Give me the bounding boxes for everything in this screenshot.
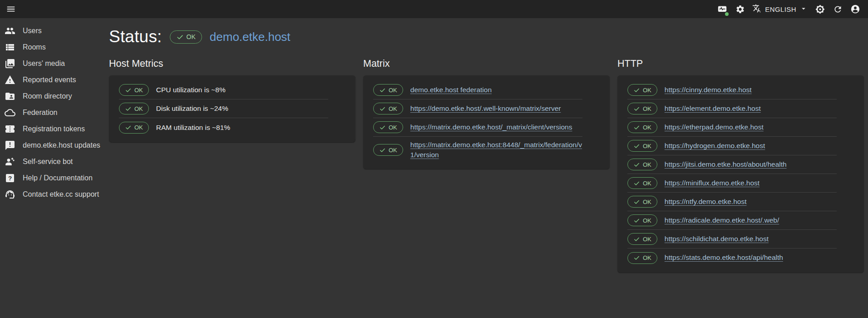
status-check-row: OK https://demo.etke.host/.well-known/ma… <box>373 99 582 118</box>
status-ok-badge: OK <box>170 30 202 44</box>
status-check-row: OK https://schildichat.demo.etke.host <box>627 230 837 248</box>
status-check-row: OK https://matrix.demo.etke.host:8448/_m… <box>373 137 582 164</box>
menu-button[interactable] <box>3 1 19 17</box>
check-icon <box>633 217 640 224</box>
ticket-icon <box>5 124 15 134</box>
ok-badge: OK <box>119 103 149 114</box>
menu-icon <box>6 4 16 14</box>
ok-badge: OK <box>627 177 657 189</box>
support-agent-icon <box>5 189 15 200</box>
status-check-link[interactable]: demo.etke.host federation <box>410 85 492 95</box>
check-icon <box>125 124 132 131</box>
sidebar-item-federation[interactable]: Federation <box>0 104 109 121</box>
status-check-link[interactable]: https://etherpad.demo.etke.host <box>665 122 764 132</box>
sidebar-item-users-media[interactable]: Users' media <box>0 55 109 72</box>
sidebar-item-room-directory[interactable]: Room directory <box>0 88 109 104</box>
check-icon <box>633 105 640 112</box>
ok-badge: OK <box>119 122 149 134</box>
status-check-row: OK https://ntfy.demo.etke.host <box>627 193 837 211</box>
host-link[interactable]: demo.etke.host <box>210 30 291 44</box>
appbar-actions: ENGLISH <box>714 1 863 17</box>
ok-badge: OK <box>627 214 657 226</box>
ok-badge: OK <box>627 103 657 114</box>
section-title: HTTP <box>617 58 864 70</box>
gear-icon <box>735 5 745 14</box>
status-check-row: OK https://etherpad.demo.etke.host <box>627 118 837 137</box>
ok-badge: OK <box>627 252 657 264</box>
engineering-icon <box>5 156 15 167</box>
status-check-row: OK https://radicale.demo.etke.host/.web/ <box>627 211 837 230</box>
check-icon <box>379 87 386 94</box>
status-check-link[interactable]: https://miniflux.demo.etke.host <box>665 178 760 188</box>
translate-icon <box>752 4 762 15</box>
check-icon <box>176 33 184 41</box>
check-icon <box>633 143 640 149</box>
status-section: Host Metrics OK CPU utilization is ~8% O… <box>109 58 355 142</box>
photo-library-icon <box>5 58 15 69</box>
language-label: ENGLISH <box>765 5 796 13</box>
sidebar-item-rooms[interactable]: Rooms <box>0 39 109 55</box>
status-check-link[interactable]: https://demo.etke.host/.well-known/matri… <box>410 104 561 114</box>
check-icon <box>633 199 640 205</box>
check-icon <box>125 87 132 94</box>
list-icon <box>5 42 15 53</box>
status-check-link[interactable]: https://hydrogen.demo.etke.host <box>665 141 765 151</box>
settings-button[interactable] <box>732 1 748 17</box>
status-check-link[interactable]: https://element.demo.etke.host <box>665 104 761 114</box>
language-select[interactable]: ENGLISH <box>750 1 810 17</box>
status-check-link[interactable]: https://jitsi.demo.etke.host/about/healt… <box>665 159 787 169</box>
ok-badge: OK <box>373 84 403 96</box>
check-icon <box>633 124 640 131</box>
group-icon <box>5 25 15 36</box>
ok-badge: OK <box>627 233 657 245</box>
check-icon <box>633 180 640 187</box>
check-icon <box>379 147 386 154</box>
status-check-row: OK demo.etke.host federation <box>373 81 582 99</box>
server-status-button[interactable] <box>714 1 730 17</box>
status-heading: Status: OK demo.etke.host <box>109 27 864 46</box>
sidebar-item-demo-etke-host-updates[interactable]: demo.etke.host updates <box>0 137 109 154</box>
status-check-row: OK RAM utilization is ~81% <box>119 118 328 137</box>
status-check-link[interactable]: https://cinny.demo.etke.host <box>665 85 752 95</box>
refresh-button[interactable] <box>829 1 846 17</box>
status-check-row: OK https://stats.demo.etke.host/api/heal… <box>627 248 837 267</box>
cloud-icon <box>5 107 15 118</box>
status-check-row: OK https://miniflux.demo.etke.host <box>627 174 837 193</box>
help-icon: ? <box>5 173 15 184</box>
sidebar-item-contact-etke-cc-support[interactable]: Contact etke.cc support <box>0 186 109 203</box>
status-check-row: OK https://element.demo.etke.host <box>627 99 837 118</box>
check-icon <box>633 87 640 94</box>
sidebar-item-users[interactable]: Users <box>0 23 109 39</box>
status-section: Matrix OK demo.etke.host federation OK h… <box>363 58 610 169</box>
account-button[interactable] <box>847 1 863 17</box>
check-icon <box>633 236 640 243</box>
status-card: OK https://cinny.demo.etke.host OK https… <box>617 75 864 273</box>
status-check-link[interactable]: https://matrix.demo.etke.host/_matrix/cl… <box>410 122 572 132</box>
status-dot <box>724 11 730 17</box>
ok-badge: OK <box>627 196 657 208</box>
check-icon <box>379 105 386 112</box>
status-check-link[interactable]: https://radicale.demo.etke.host/.web/ <box>665 215 779 225</box>
status-check-row: OK CPU utilization is ~8% <box>119 81 328 99</box>
status-check-link[interactable]: https://stats.demo.etke.host/api/health <box>665 253 783 263</box>
status-check-row: OK https://cinny.demo.etke.host <box>627 81 837 99</box>
ok-badge: OK <box>373 144 403 156</box>
main-content: Status: OK demo.etke.host Host Metrics O… <box>109 18 868 318</box>
section-title: Matrix <box>363 58 610 70</box>
chevron-down-icon <box>799 5 808 14</box>
check-icon <box>379 124 386 131</box>
status-check-row: OK https://hydrogen.demo.etke.host <box>627 137 837 155</box>
check-icon <box>633 254 640 261</box>
theme-toggle-button[interactable] <box>812 1 828 17</box>
ok-badge: OK <box>627 84 657 96</box>
check-icon <box>633 161 640 168</box>
status-check-link[interactable]: https://matrix.demo.etke.host:8448/_matr… <box>410 140 582 160</box>
warning-icon <box>5 75 15 85</box>
sidebar-item-self-service-bot[interactable]: Self-service bot <box>0 154 109 170</box>
status-check-link[interactable]: https://schildichat.demo.etke.host <box>665 234 769 244</box>
sidebar-item-help-documentation[interactable]: ? Help / Documentation <box>0 170 109 186</box>
status-check-link[interactable]: https://ntfy.demo.etke.host <box>665 197 747 207</box>
sidebar-item-reported-events[interactable]: Reported events <box>0 72 109 88</box>
sidebar-item-registration-tokens[interactable]: Registration tokens <box>0 121 109 137</box>
ok-badge: OK <box>627 140 657 152</box>
